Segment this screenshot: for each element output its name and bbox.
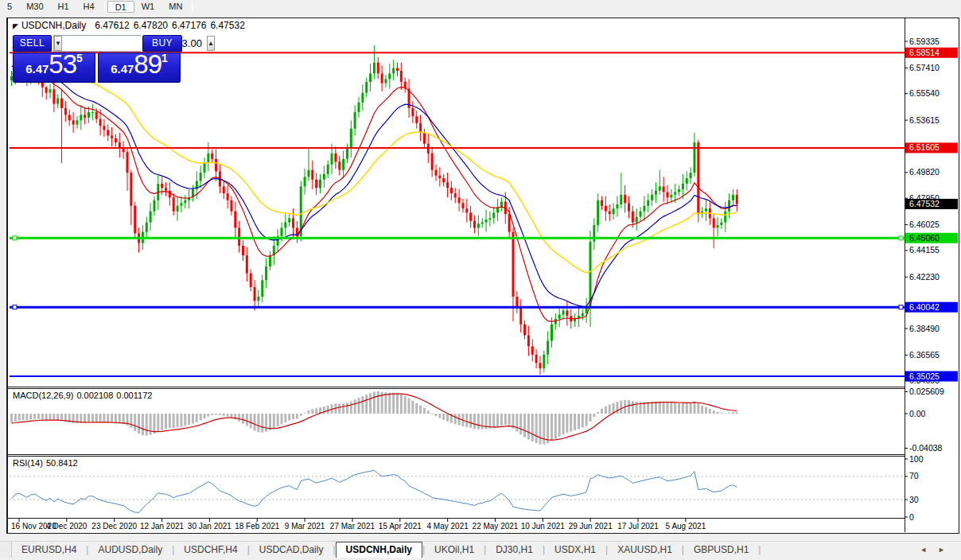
chart-window: ◤USDCNH,Daily6.476126.478206.471766.4753… — [6, 18, 959, 534]
chart-canvas[interactable]: 6.593356.574106.555406.536156.498206.479… — [8, 18, 959, 532]
rsi-label: RSI(14)50.8412 — [13, 458, 81, 468]
tab-audusd-daily[interactable]: AUDUSD,Daily — [88, 542, 172, 558]
svg-text:6.55540: 6.55540 — [909, 88, 940, 98]
sell-price-button[interactable]: 6.47535 — [13, 52, 95, 83]
svg-text:6.42230: 6.42230 — [909, 272, 940, 282]
sell-price-big: 53 — [49, 49, 76, 79]
quote-high: 6.47820 — [134, 20, 168, 31]
candlestick-layer[interactable] — [10, 44, 738, 375]
timeframe-button-M30[interactable]: M30 — [19, 1, 50, 13]
tab-dj30-h1[interactable]: DJ30,H1 — [486, 542, 543, 558]
price-axis[interactable]: 6.593356.574106.555406.536156.498206.479… — [905, 37, 958, 522]
chart-title: ◤USDCNH,Daily6.476126.478206.471766.4753… — [13, 20, 245, 31]
tab-strip-stub — [0, 542, 12, 558]
tab-xauusd-h1[interactable]: XAUUSD,H1 — [608, 542, 682, 558]
svg-text:6.38490: 6.38490 — [909, 324, 940, 333]
svg-text:6.57410: 6.57410 — [909, 63, 940, 72]
rsi-line — [12, 470, 737, 512]
hline-handle[interactable] — [13, 305, 17, 309]
svg-text:0.025609: 0.025609 — [909, 387, 944, 396]
tab-usdcnh-daily[interactable]: USDCNH,Daily — [336, 542, 422, 558]
svg-text:6.40042: 6.40042 — [909, 302, 940, 312]
quote-open: 6.47612 — [95, 20, 129, 31]
current-price-badge: 6.47532 — [905, 199, 958, 209]
chart-symbol-label: USDCNH,Daily — [21, 20, 86, 31]
volume-increase-button[interactable]: ▲ — [207, 36, 215, 51]
tab-usdx-h1[interactable]: USDX,H1 — [545, 542, 605, 558]
hline-handle[interactable] — [899, 236, 903, 240]
svg-text:27 Mar 2021: 27 Mar 2021 — [330, 522, 375, 531]
tab-usdcad-daily[interactable]: USDCAD,Daily — [250, 542, 333, 558]
date-axis[interactable]: 16 Nov 20204 Dec 202023 Dec 202012 Jan 2… — [11, 519, 706, 531]
tab-scroll-right-icon[interactable]: ► — [938, 546, 956, 554]
macd-label: MACD(12,26,9)0.0021080.001172 — [13, 391, 155, 400]
buy-price-big: 89 — [134, 49, 161, 79]
svg-text:5 Aug 2021: 5 Aug 2021 — [666, 522, 706, 531]
hline-handle[interactable] — [899, 305, 903, 309]
svg-text:18 Feb 2021: 18 Feb 2021 — [235, 522, 280, 531]
svg-text:6.59335: 6.59335 — [909, 37, 940, 46]
axis-badge-6.35025: 6.35025 — [905, 371, 958, 382]
svg-text:6.45060: 6.45060 — [909, 233, 940, 243]
axis-badge-6.45060: 6.45060 — [905, 233, 958, 243]
svg-text:17 Jul 2021: 17 Jul 2021 — [617, 522, 659, 531]
tab-eurusd-h4[interactable]: EURUSD,H4 — [12, 542, 86, 558]
timeframe-toolbar[interactable]: 5M30H1H4D1W1MN — [0, 0, 961, 14]
tab-gbpusd-h1[interactable]: GBPUSD,H1 — [684, 542, 758, 558]
buy-price-main: 6.47 — [111, 62, 134, 76]
svg-text:-0.04038: -0.04038 — [909, 443, 943, 453]
timeframe-button-MN[interactable]: MN — [161, 1, 189, 13]
ma-medium-line — [12, 66, 737, 306]
timeframe-button-5[interactable]: 5 — [0, 1, 19, 13]
tab-usdchf-h4[interactable]: USDCHF,H4 — [174, 542, 247, 558]
svg-text:30 Jan 2021: 30 Jan 2021 — [188, 522, 231, 531]
svg-text:6.35025: 6.35025 — [909, 371, 940, 381]
buy-price-button[interactable]: 6.47891 — [98, 52, 181, 83]
symbol-tab-strip: EURUSD,H4|AUDUSD,Daily|USDCHF,H4|USDCAD,… — [0, 541, 961, 560]
buy-price-sup: 1 — [161, 52, 168, 64]
tab-scroll-left-icon[interactable]: ◄ — [920, 546, 938, 554]
chart-marker-icon: ◤ — [13, 22, 18, 30]
timeframe-button-H4[interactable]: H4 — [76, 1, 102, 13]
svg-text:23 Dec 2020: 23 Dec 2020 — [91, 522, 137, 531]
svg-text:6.44155: 6.44155 — [909, 245, 940, 255]
tab-ukoil-h1[interactable]: UKOil,H1 — [425, 542, 484, 558]
tab-separator: | — [758, 542, 761, 555]
tab-scroll-arrows[interactable]: ◄► — [920, 546, 956, 554]
svg-text:12 Jan 2021: 12 Jan 2021 — [140, 522, 184, 531]
ma-fast-line — [12, 72, 737, 321]
svg-text:4 Dec 2020: 4 Dec 2020 — [46, 522, 88, 531]
timeframe-button-H1[interactable]: H1 — [51, 1, 76, 13]
svg-text:70: 70 — [909, 471, 919, 480]
svg-text:6.49820: 6.49820 — [909, 167, 940, 177]
hline-handle[interactable] — [13, 236, 17, 240]
svg-text:6.47532: 6.47532 — [909, 199, 940, 208]
svg-text:6.51605: 6.51605 — [909, 142, 940, 152]
sell-price-main: 6.47 — [25, 62, 49, 76]
svg-text:10 Jun 2021: 10 Jun 2021 — [521, 522, 565, 531]
svg-text:100: 100 — [909, 454, 924, 464]
svg-text:9 Mar 2021: 9 Mar 2021 — [285, 522, 325, 531]
toolbar-separator — [192, 2, 193, 12]
svg-text:4 May 2021: 4 May 2021 — [427, 522, 469, 531]
timeframe-button-W1[interactable]: W1 — [134, 1, 162, 13]
sell-price-sup: 5 — [76, 52, 83, 64]
axis-badge-6.40042: 6.40042 — [905, 302, 958, 313]
svg-text:0.00: 0.00 — [909, 409, 926, 418]
svg-text:6.58514: 6.58514 — [909, 48, 940, 57]
svg-text:29 Jun 2021: 29 Jun 2021 — [569, 522, 613, 531]
svg-text:22 May 2021: 22 May 2021 — [473, 522, 519, 531]
one-click-trading-panel: SELL ▼ ▲ BUY 6.47535 6.47891 — [13, 35, 182, 83]
timeframe-button-D1[interactable]: D1 — [107, 1, 134, 13]
svg-text:15 Apr 2021: 15 Apr 2021 — [379, 522, 422, 531]
svg-text:0: 0 — [909, 512, 914, 522]
svg-text:6.36565: 6.36565 — [909, 350, 940, 360]
quote-low: 6.47176 — [172, 20, 206, 31]
svg-text:6.46025: 6.46025 — [909, 220, 940, 229]
axis-badge-6.51605: 6.51605 — [905, 142, 958, 153]
quote-close: 6.47532 — [210, 20, 244, 31]
svg-text:30: 30 — [909, 495, 919, 504]
svg-text:6.53615: 6.53615 — [909, 115, 940, 125]
toolbar-separator — [104, 2, 105, 12]
axis-badge-6.58514: 6.58514 — [905, 48, 958, 58]
